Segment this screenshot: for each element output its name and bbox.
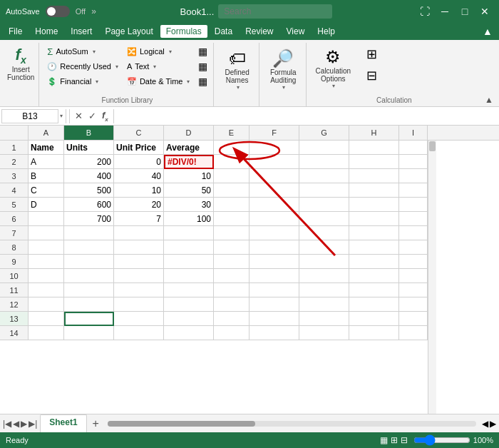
cell-F2[interactable] — [250, 155, 299, 169]
title-search-input[interactable] — [218, 4, 332, 19]
cell-G6[interactable] — [299, 212, 349, 226]
datetime-btn[interactable]: 📅 Date & Time ▾ — [123, 74, 194, 88]
window-restore-btn[interactable]: ⛶ — [416, 3, 433, 20]
cell-A2[interactable]: A — [29, 155, 64, 169]
row-header-8[interactable]: 8 — [0, 240, 29, 255]
ribbon-expand-btn[interactable]: ▲ — [479, 23, 496, 40]
row-header-3[interactable]: 3 — [0, 169, 29, 183]
normal-view-btn[interactable]: ▦ — [380, 435, 388, 445]
zoom-slider[interactable] — [413, 434, 470, 446]
calculation-options-btn[interactable]: ⚙ CalculationOptions ▾ — [311, 44, 356, 92]
cell-C4[interactable]: 10 — [114, 183, 164, 198]
col-header-C[interactable]: C — [114, 126, 164, 140]
row-header-14[interactable]: 14 — [0, 326, 29, 340]
add-sheet-btn[interactable]: + — [87, 414, 105, 432]
cell-C1[interactable]: Unit Price — [114, 141, 164, 155]
window-close-btn[interactable]: ✕ — [476, 3, 493, 20]
calculate-sheet-btn[interactable]: ⊟ — [359, 66, 384, 86]
menu-help[interactable]: Help — [312, 25, 341, 38]
lookup-btn[interactable]: ▦ — [195, 44, 210, 58]
window-maximize-btn[interactable]: □ — [456, 3, 473, 20]
cell-A3[interactable]: B — [29, 169, 64, 183]
scroll-right-btn[interactable]: ▶ — [490, 419, 496, 429]
cell-E2[interactable] — [214, 155, 250, 169]
cell-B7[interactable] — [64, 226, 114, 240]
math-btn[interactable]: ▦ — [195, 59, 210, 73]
cell-E4[interactable] — [214, 183, 250, 198]
cell-I4[interactable] — [399, 183, 428, 198]
horizontal-scrollbar-area[interactable] — [105, 414, 479, 432]
autosave-toggle[interactable] — [46, 6, 70, 17]
cell-H3[interactable] — [349, 169, 399, 183]
window-minimize-btn[interactable]: ─ — [436, 3, 453, 20]
cell-D2[interactable]: #DIV/0! — [164, 155, 214, 169]
calculate-now-btn[interactable]: ⊞ — [359, 44, 384, 64]
row-header-9[interactable]: 9 — [0, 255, 29, 269]
name-box[interactable] — [1, 109, 58, 123]
scroll-left-btn[interactable]: ◀ — [482, 419, 488, 429]
cell-E1[interactable] — [214, 141, 250, 155]
cell-D5[interactable]: 30 — [164, 198, 214, 212]
menu-file[interactable]: File — [3, 25, 28, 38]
row-header-11[interactable]: 11 — [0, 283, 29, 297]
cell-E3[interactable] — [214, 169, 250, 183]
cell-H4[interactable] — [349, 183, 399, 198]
cell-D3[interactable]: 10 — [164, 169, 214, 183]
menu-view[interactable]: View — [281, 25, 311, 38]
sheet-nav-first-btn[interactable]: |◀ — [3, 419, 11, 429]
cell-F3[interactable] — [250, 169, 299, 183]
row-header-1[interactable]: 1 — [0, 141, 29, 155]
cell-I5[interactable] — [399, 198, 428, 212]
ribbon-collapse-btn[interactable]: ▲ — [482, 93, 496, 106]
cell-D7[interactable] — [164, 226, 214, 240]
defined-names-btn[interactable]: 🏷 DefinedNames ▾ — [220, 46, 254, 93]
cell-A4[interactable]: C — [29, 183, 64, 198]
more-fn-btn[interactable]: ▦ — [195, 74, 210, 88]
name-box-dropdown-icon[interactable]: ▾ — [60, 113, 63, 119]
row-header-7[interactable]: 7 — [0, 226, 29, 240]
cell-C5[interactable]: 20 — [114, 198, 164, 212]
col-header-F[interactable]: F — [250, 126, 299, 140]
col-header-H[interactable]: H — [349, 126, 399, 140]
menu-formulas[interactable]: Formulas — [160, 25, 207, 38]
cell-G4[interactable] — [299, 183, 349, 198]
logical-btn[interactable]: 🔀 Logical ▾ — [123, 44, 194, 58]
cell-A6[interactable] — [29, 212, 64, 226]
row-header-12[interactable]: 12 — [0, 297, 29, 312]
cell-D1[interactable]: Average — [164, 141, 214, 155]
cell-G2[interactable] — [299, 155, 349, 169]
cell-H1[interactable] — [349, 141, 399, 155]
sheet-nav-next-btn[interactable]: ▶ — [21, 419, 27, 429]
row-header-10[interactable]: 10 — [0, 269, 29, 283]
cell-F4[interactable] — [250, 183, 299, 198]
col-header-B[interactable]: B — [64, 126, 114, 140]
sheet-nav-last-btn[interactable]: ▶| — [29, 419, 37, 429]
page-layout-view-btn[interactable]: ⊞ — [391, 435, 398, 445]
cell-H5[interactable] — [349, 198, 399, 212]
col-header-D[interactable]: D — [164, 126, 214, 140]
cell-D6[interactable]: 100 — [164, 212, 214, 226]
row-header-5[interactable]: 5 — [0, 198, 29, 212]
cell-G1[interactable] — [299, 141, 349, 155]
text-btn[interactable]: A Text ▾ — [123, 59, 194, 73]
cell-G3[interactable] — [299, 169, 349, 183]
col-header-I[interactable]: I — [399, 126, 428, 140]
cell-H6[interactable] — [349, 212, 399, 226]
cell-F1[interactable] — [250, 141, 299, 155]
sheet-tab-sheet1[interactable]: Sheet1 — [40, 414, 86, 432]
cell-B2[interactable]: 200 — [64, 155, 114, 169]
formula-auditing-btn[interactable]: 🔎 FormulaAuditing ▾ — [265, 46, 302, 93]
cell-C3[interactable]: 40 — [114, 169, 164, 183]
formula-input[interactable] — [117, 111, 498, 121]
cell-I1[interactable] — [399, 141, 428, 155]
cell-B5[interactable]: 600 — [64, 198, 114, 212]
cancel-formula-btn[interactable]: ✕ — [73, 110, 85, 122]
menu-home[interactable]: Home — [29, 25, 63, 38]
cell-E6[interactable] — [214, 212, 250, 226]
cell-F6[interactable] — [250, 212, 299, 226]
cell-I6[interactable] — [399, 212, 428, 226]
col-header-G[interactable]: G — [299, 126, 349, 140]
cell-I3[interactable] — [399, 169, 428, 183]
recently-used-btn[interactable]: 🕐 Recently Used ▾ — [43, 59, 122, 73]
menu-data[interactable]: Data — [209, 25, 238, 38]
